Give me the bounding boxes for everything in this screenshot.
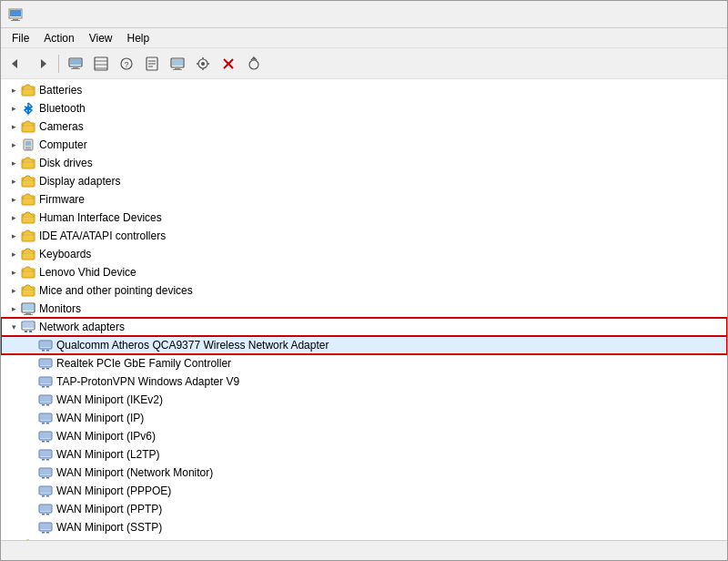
tree-item-computer[interactable]: ▸ Computer: [1, 136, 727, 154]
expand-btn[interactable]: ▸: [6, 283, 21, 298]
prop-button[interactable]: [140, 52, 164, 76]
tree-item-wan-pptp[interactable]: WAN Miniport (PPTP): [1, 500, 727, 518]
svg-rect-103: [46, 459, 49, 461]
tree-item-wan-ikev2[interactable]: WAN Miniport (IKEv2): [1, 391, 727, 409]
svg-rect-78: [42, 350, 45, 352]
tree-item-wan-ip[interactable]: WAN Miniport (IP): [1, 409, 727, 427]
svg-rect-75: [29, 331, 32, 332]
expand-btn[interactable]: ▸: [6, 156, 21, 170]
icon-qualcomm: [38, 338, 53, 352]
expand-btn[interactable]: ▸: [6, 265, 21, 280]
label-qualcomm: Qualcomm Atheros QCA9377 Wireless Networ…: [56, 339, 329, 352]
expand-btn[interactable]: ▸: [6, 101, 21, 116]
svg-rect-98: [42, 441, 45, 443]
tree-item-qualcomm[interactable]: Qualcomm Atheros QCA9377 Wireless Networ…: [1, 336, 727, 354]
tree-item-wan-sstp[interactable]: WAN Miniport (SSTP): [1, 518, 727, 536]
expand-btn[interactable]: ▸: [6, 229, 21, 243]
collapse-btn[interactable]: ▾: [6, 320, 21, 334]
status-bar: [1, 540, 727, 560]
close-button[interactable]: [694, 5, 720, 24]
svg-rect-106: [42, 477, 45, 479]
tree-item-human-interface[interactable]: ▸ Human Interface Devices: [1, 209, 727, 227]
remove-button[interactable]: [217, 52, 240, 76]
expand-btn[interactable]: ▸: [6, 210, 21, 225]
svg-marker-5: [41, 59, 46, 68]
label-disk-drives: Disk drives: [39, 157, 93, 169]
icon-batteries: [21, 83, 35, 97]
back-button[interactable]: [5, 52, 28, 76]
svg-rect-46: [24, 160, 33, 168]
svg-rect-87: [46, 386, 49, 388]
tree-item-keyboards[interactable]: ▸ Keyboards: [1, 245, 727, 263]
tree-item-monitors[interactable]: ▸ Monitors: [1, 300, 727, 318]
tree-item-cameras[interactable]: ▸ Cameras: [1, 117, 727, 136]
expand-btn[interactable]: ▸: [6, 119, 21, 134]
menu-file[interactable]: File: [5, 30, 36, 46]
svg-rect-89: [40, 396, 51, 402]
toolbar: ?: [1, 48, 727, 79]
computer-button[interactable]: [166, 52, 189, 76]
svg-rect-77: [40, 342, 51, 347]
label-human-interface: Human Interface Devices: [39, 211, 162, 224]
tree-item-disk-drives[interactable]: ▸ Disk drives: [1, 154, 727, 172]
label-wan-ikev2: WAN Miniport (IKEv2): [56, 393, 163, 406]
expand-btn[interactable]: ▸: [6, 174, 21, 189]
tree-item-wan-l2tp[interactable]: WAN Miniport (L2TP): [1, 445, 727, 464]
expand-btn[interactable]: ▸: [6, 83, 21, 97]
show-devices-button[interactable]: [64, 52, 87, 76]
icon-display-adapters: [21, 174, 35, 189]
menu-view[interactable]: View: [82, 30, 120, 46]
svg-rect-74: [25, 331, 27, 332]
minimize-button[interactable]: [636, 5, 662, 24]
tree-item-wan-netmon[interactable]: WAN Miniport (Network Monitor): [1, 464, 727, 482]
maximize-button[interactable]: [665, 5, 691, 24]
svg-rect-115: [46, 514, 49, 515]
icon-firmware: [21, 192, 35, 207]
expand-btn[interactable]: ▸: [6, 301, 21, 316]
tree-item-wan-ipv6[interactable]: WAN Miniport (IPv6): [1, 427, 727, 445]
scan-button[interactable]: [191, 52, 215, 76]
icon-realtek: [38, 356, 53, 371]
expand-btn[interactable]: ▸: [6, 247, 21, 261]
update-button[interactable]: [242, 52, 266, 76]
tree-item-batteries[interactable]: ▸ Batteries: [1, 81, 727, 99]
label-keyboards: Keyboards: [39, 248, 91, 260]
svg-rect-109: [40, 487, 51, 493]
icon-cameras: [21, 119, 35, 134]
tree-item-ide-controllers[interactable]: ▸ IDE ATA/ATAPI controllers: [1, 227, 727, 245]
tree-item-realtek[interactable]: Realtek PCIe GbE Family Controller: [1, 354, 727, 372]
tree-item-mice[interactable]: ▸ Mice and other pointing devices: [1, 281, 727, 300]
device-tree[interactable]: ▸ Batteries ▸ Bluetooth ▸: [1, 79, 727, 540]
tree-item-tap-proton[interactable]: TAP-ProtonVPN Windows Adapter V9: [1, 372, 727, 391]
expand-btn[interactable]: ▸: [6, 192, 21, 207]
icon-wan-pppoe: [38, 484, 53, 498]
tree-item-display-adapters[interactable]: ▸ Display adapters: [1, 172, 727, 190]
svg-rect-69: [23, 304, 34, 311]
tree-item-wan-pppoe[interactable]: WAN Miniport (PPPOE): [1, 482, 727, 500]
tree-item-firmware[interactable]: ▸ Firmware: [1, 190, 727, 209]
svg-rect-105: [40, 469, 51, 474]
title-bar: [1, 1, 727, 28]
help-button[interactable]: ?: [115, 52, 138, 76]
svg-rect-21: [172, 59, 183, 66]
tree-item-lenovo-vhid[interactable]: ▸ Lenovo Vhid Device: [1, 263, 727, 281]
forward-button[interactable]: [30, 52, 54, 76]
svg-rect-7: [70, 59, 81, 65]
expand-btn[interactable]: ▸: [6, 138, 21, 152]
menu-help[interactable]: Help: [120, 30, 157, 46]
tree-item-network-adapters[interactable]: ▾ Network adapters: [1, 318, 727, 336]
icon-wan-netmon: [38, 465, 53, 480]
svg-rect-55: [24, 215, 33, 222]
svg-point-32: [249, 60, 258, 69]
icon-wan-ipv6: [38, 429, 53, 444]
label-network-adapters: Network adapters: [39, 321, 125, 333]
tree-item-bluetooth[interactable]: ▸ Bluetooth: [1, 99, 727, 117]
title-bar-controls: [636, 5, 720, 24]
icon-disk-drives: [21, 156, 35, 170]
svg-rect-119: [46, 532, 49, 534]
menu-action[interactable]: Action: [36, 30, 81, 46]
show-list-button[interactable]: [89, 52, 113, 76]
svg-rect-39: [24, 124, 33, 131]
svg-rect-110: [42, 495, 45, 497]
icon-wan-ip: [38, 411, 53, 425]
